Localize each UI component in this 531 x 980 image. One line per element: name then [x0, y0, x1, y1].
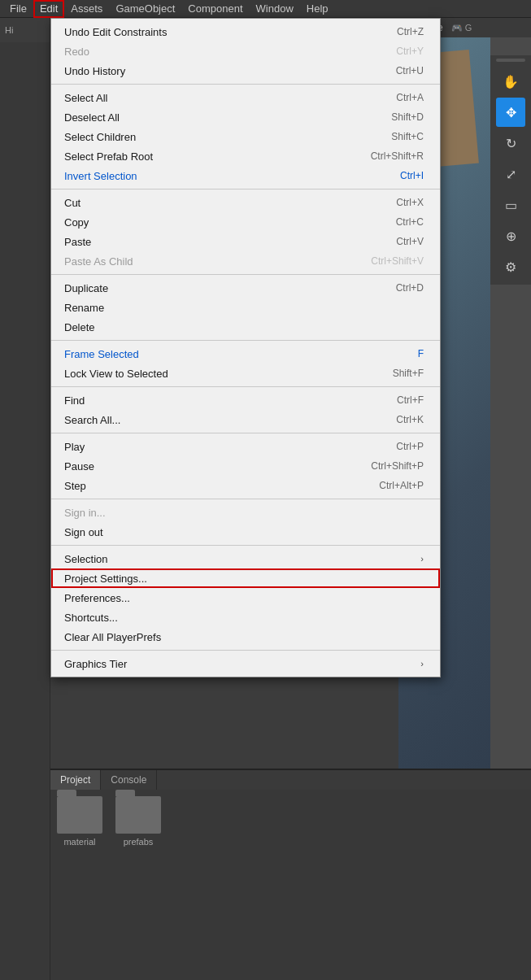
- separator-1: [51, 84, 440, 85]
- menu-item-select-children[interactable]: Select Children Shift+C: [51, 127, 440, 146]
- menubar-edit[interactable]: Edit: [33, 0, 64, 18]
- tool-transform[interactable]: ⊕: [496, 221, 525, 250]
- menu-item-deselect-all[interactable]: Deselect All Shift+D: [51, 107, 440, 127]
- menu-item-pause[interactable]: Pause Ctrl+Shift+P: [51, 456, 440, 476]
- folder-prefabs[interactable]: prefabs: [115, 796, 161, 847]
- folder-prefabs-icon: [115, 796, 161, 834]
- separator-7: [51, 499, 440, 499]
- menubar-file[interactable]: File: [3, 0, 33, 18]
- menu-item-rename[interactable]: Rename: [51, 298, 440, 317]
- separator-9: [51, 650, 440, 651]
- menu-item-select-prefab-root[interactable]: Select Prefab Root Ctrl+Shift+R: [51, 146, 440, 166]
- tool-custom[interactable]: ⚙: [496, 252, 525, 281]
- menu-item-graphics-tier[interactable]: Graphics Tier ›: [51, 654, 440, 673]
- toolbar-handle: [496, 59, 525, 62]
- edit-dropdown-menu: Undo Edit Constraints Ctrl+Z Redo Ctrl+Y…: [50, 18, 441, 677]
- folder-material[interactable]: material: [57, 796, 102, 847]
- tool-rotate[interactable]: ↻: [496, 128, 525, 158]
- menu-item-play[interactable]: Play Ctrl+P: [51, 437, 440, 456]
- menu-item-undo[interactable]: Undo Edit Constraints Ctrl+Z: [51, 22, 440, 41]
- separator-4: [51, 340, 440, 341]
- menu-item-selection[interactable]: Selection ›: [51, 549, 440, 568]
- menubar-window[interactable]: Window: [250, 0, 300, 18]
- menu-item-copy[interactable]: Copy Ctrl+C: [51, 212, 440, 232]
- tool-move[interactable]: ✥: [496, 98, 525, 127]
- bottom-area: Project Console material prefabs: [50, 769, 531, 980]
- menu-item-paste[interactable]: Paste Ctrl+V: [51, 232, 440, 251]
- graphics-tier-arrow-icon: ›: [420, 659, 424, 669]
- folder-prefabs-label: prefabs: [124, 837, 154, 847]
- tool-rect[interactable]: ▭: [496, 190, 525, 220]
- menu-item-redo[interactable]: Redo Ctrl+Y: [51, 41, 440, 61]
- menubar-help[interactable]: Help: [300, 0, 335, 18]
- separator-3: [51, 274, 440, 275]
- bottom-content: material prefabs: [50, 790, 531, 853]
- sidebar-header: Hi: [0, 18, 50, 42]
- selection-arrow-icon: ›: [420, 554, 424, 564]
- tool-scale[interactable]: ⤢: [496, 159, 525, 189]
- menubar: File Edit Assets GameObject Component Wi…: [0, 0, 531, 18]
- menubar-component[interactable]: Component: [181, 0, 249, 18]
- menu-item-preferences[interactable]: Preferences...: [51, 588, 440, 608]
- menu-item-select-all[interactable]: Select All Ctrl+A: [51, 88, 440, 107]
- separator-5: [51, 386, 440, 387]
- menu-item-sign-out[interactable]: Sign out: [51, 522, 440, 542]
- menu-item-search-all[interactable]: Search All... Ctrl+K: [51, 410, 440, 429]
- menu-item-delete[interactable]: Delete: [51, 317, 440, 337]
- separator-8: [51, 545, 440, 546]
- bottom-tabs: Project Console: [50, 770, 531, 790]
- toolbar-icons: ✋ ✥ ↻ ⤢ ▭ ⊕ ⚙: [490, 55, 531, 285]
- menu-item-duplicate[interactable]: Duplicate Ctrl+D: [51, 278, 440, 298]
- folder-material-label: material: [63, 837, 95, 847]
- separator-2: [51, 189, 440, 189]
- menu-item-find[interactable]: Find Ctrl+F: [51, 390, 440, 410]
- separator-6: [51, 433, 440, 433]
- menu-item-invert-selection[interactable]: Invert Selection Ctrl+I: [51, 166, 440, 185]
- menu-item-shortcuts[interactable]: Shortcuts...: [51, 608, 440, 627]
- menu-item-clear-playerprefs[interactable]: Clear All PlayerPrefs: [51, 627, 440, 647]
- menu-item-paste-as-child[interactable]: Paste As Child Ctrl+Shift+V: [51, 251, 440, 271]
- menu-item-undo-history[interactable]: Undo History Ctrl+U: [51, 61, 440, 81]
- tool-hand[interactable]: ✋: [496, 67, 525, 96]
- left-sidebar: Hi: [0, 18, 50, 980]
- menu-item-step[interactable]: Step Ctrl+Alt+P: [51, 476, 440, 495]
- menubar-assets[interactable]: Assets: [64, 0, 109, 18]
- menu-item-project-settings[interactable]: Project Settings...: [51, 568, 440, 588]
- folder-material-icon: [57, 796, 102, 834]
- menubar-gameobject[interactable]: GameObject: [109, 0, 181, 18]
- menu-item-lock-view[interactable]: Lock View to Selected Shift+F: [51, 364, 440, 383]
- tab-console[interactable]: Console: [101, 770, 157, 790]
- sidebar-label: Hi: [5, 25, 13, 35]
- menu-item-sign-in[interactable]: Sign in...: [51, 503, 440, 522]
- tab-project[interactable]: Project: [50, 770, 101, 790]
- menu-item-cut[interactable]: Cut Ctrl+X: [51, 193, 440, 212]
- scene-extra-icon: 🎮 G: [451, 23, 472, 33]
- menu-item-frame-selected[interactable]: Frame Selected F: [51, 344, 440, 364]
